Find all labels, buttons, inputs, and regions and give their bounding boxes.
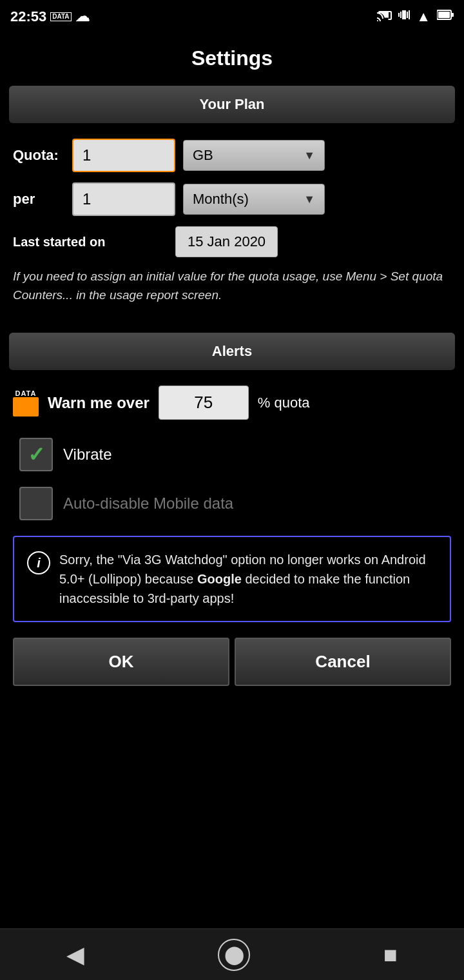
quota-label: Quota: <box>13 147 64 164</box>
info-circle-icon: i <box>27 551 50 574</box>
your-plan-content: Quota: GB ▼ per Month(s) ▼ Last started … <box>0 123 464 333</box>
info-box-text: Sorry, the "Via 3G Watchdog" option no l… <box>59 550 437 608</box>
cast-icon <box>376 8 392 25</box>
ok-button[interactable]: OK <box>13 638 229 686</box>
back-button[interactable]: ◀ <box>66 941 84 968</box>
quota-unit-value: GB <box>193 147 213 164</box>
per-label: per <box>13 191 64 208</box>
quota-input[interactable] <box>72 139 175 172</box>
status-right: ▲ <box>376 7 454 26</box>
auto-disable-label: Auto-disable Mobile data <box>63 495 233 513</box>
time-display: 22:53 <box>10 8 46 25</box>
nav-bar: ◀ ⬤ ■ <box>0 928 464 980</box>
battery-icon <box>437 8 454 25</box>
status-bar: 22:53 DATA ☁ ▲ <box>0 0 464 34</box>
checkmark-icon: ✓ <box>28 442 45 467</box>
data-icon-label: DATA <box>15 389 37 397</box>
warn-row: DATA Warn me over % quota <box>13 386 451 420</box>
wifi-icon: ▲ <box>416 8 430 25</box>
per-unit-arrow: ▼ <box>304 193 315 206</box>
alerts-content: DATA Warn me over % quota ✓ Vibrate Auto… <box>0 370 464 708</box>
svg-rect-1 <box>451 13 454 17</box>
last-started-row: Last started on 15 Jan 2020 <box>13 226 451 257</box>
last-started-date[interactable]: 15 Jan 2020 <box>175 226 278 257</box>
data-warning-icon: DATA <box>13 389 39 416</box>
cancel-button[interactable]: Cancel <box>235 638 451 686</box>
quota-unit-arrow: ▼ <box>304 149 315 162</box>
quota-unit-select[interactable]: GB ▼ <box>183 140 325 171</box>
auto-disable-row: Auto-disable Mobile data <box>13 487 451 520</box>
quota-suffix-label: % quota <box>258 395 310 411</box>
vibrate-icon <box>398 7 410 26</box>
vibrate-label: Vibrate <box>63 446 112 464</box>
alerts-header: Alerts <box>9 333 455 370</box>
data-orange-square <box>13 397 39 416</box>
data-status-icon: DATA <box>50 12 71 21</box>
per-unit-select[interactable]: Month(s) ▼ <box>183 184 325 215</box>
quota-row: Quota: GB ▼ <box>13 139 451 172</box>
per-input[interactable] <box>72 182 175 216</box>
your-plan-header: Your Plan <box>9 86 455 123</box>
last-started-label: Last started on <box>13 235 168 250</box>
warn-value-input[interactable] <box>159 386 249 420</box>
per-unit-value: Month(s) <box>193 191 249 208</box>
quota-info-text: If you need to assign an initial value f… <box>13 268 451 304</box>
status-left: 22:53 DATA ☁ <box>10 8 90 25</box>
home-button[interactable]: ⬤ <box>218 939 250 971</box>
auto-disable-checkbox[interactable] <box>19 487 53 520</box>
per-row: per Month(s) ▼ <box>13 182 451 216</box>
cloud-icon: ☁ <box>75 8 90 25</box>
warn-me-over-label: Warn me over <box>48 394 150 412</box>
vibrate-checkbox[interactable]: ✓ <box>19 438 53 471</box>
info-box: i Sorry, the "Via 3G Watchdog" option no… <box>13 536 451 622</box>
vibrate-row: ✓ Vibrate <box>13 438 451 471</box>
main-container: 22:53 DATA ☁ ▲ <box>0 0 464 772</box>
svg-rect-2 <box>438 12 450 18</box>
recents-button[interactable]: ■ <box>383 941 398 968</box>
button-row: OK Cancel <box>13 638 451 686</box>
page-title: Settings <box>0 34 464 86</box>
